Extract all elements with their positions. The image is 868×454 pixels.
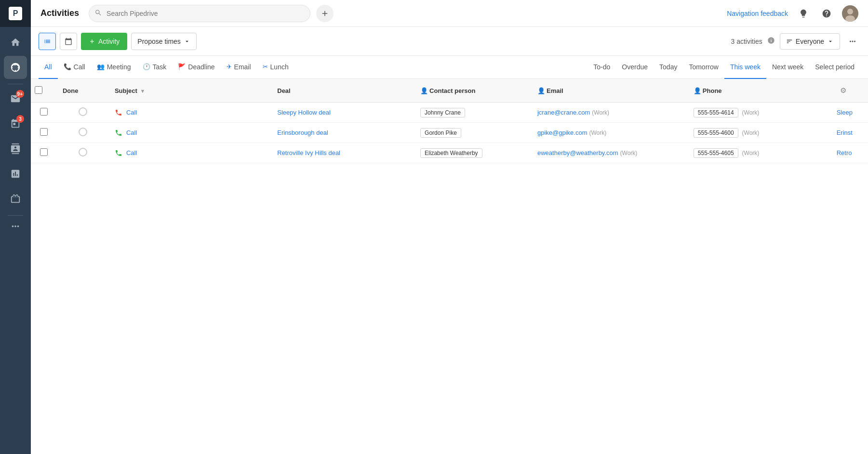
page-title: Activities [40, 8, 79, 18]
sidebar-item-reports[interactable] [4, 162, 27, 185]
row-checkbox-1[interactable] [40, 128, 48, 136]
period-filters: To-do Overdue Today Tomorrow This week N… [588, 56, 860, 79]
row-subject-link-0[interactable]: Call [126, 109, 137, 116]
activities-count: 3 activities [731, 38, 762, 45]
logo-icon: P [9, 7, 22, 20]
row-email-link-2[interactable]: eweatherby@weatherby.com [537, 149, 618, 156]
row-truncated-0: Sleep [837, 109, 853, 116]
filter-tab-lunch[interactable]: ✂ Lunch [257, 56, 294, 79]
row-contact-badge-0[interactable]: Johnny Crane [420, 108, 465, 117]
filter-tab-call[interactable]: 📞 Call [58, 56, 91, 79]
filter-tab-all[interactable]: All [39, 56, 58, 79]
propose-times-label: Propose times [137, 38, 180, 45]
call-tab-icon: 📞 [64, 63, 71, 70]
lightbulb-icon[interactable] [796, 6, 811, 21]
row-email-link-1[interactable]: gpike@gpike.com [537, 129, 588, 136]
nav-feedback-link[interactable]: Navigation feedback [727, 10, 788, 17]
add-button[interactable] [316, 5, 334, 22]
header-settings[interactable]: ⚙ [831, 79, 868, 103]
row-deal-cell-1: Erinsborough deal [271, 123, 414, 143]
period-tab-thisweek[interactable]: This week [724, 56, 766, 79]
sidebar-item-more[interactable] [4, 219, 27, 242]
help-icon[interactable] [819, 6, 834, 21]
row-checkbox-0[interactable] [40, 108, 48, 116]
calendar-view-button[interactable] [60, 33, 77, 50]
avatar[interactable] [842, 5, 858, 22]
row-done-radio-2[interactable] [79, 148, 87, 156]
header-phone: 👤Phone [688, 79, 831, 103]
add-activity-button[interactable]: Activity [81, 33, 127, 50]
sidebar-item-files[interactable] [4, 187, 27, 210]
select-all-checkbox[interactable] [35, 86, 42, 94]
row-subject-link-2[interactable]: Call [126, 149, 137, 156]
header-subject[interactable]: Subject ▼ [109, 79, 271, 103]
period-tab-nextweek[interactable]: Next week [766, 56, 809, 79]
header-done: Done [57, 79, 109, 103]
row-deal-link-1[interactable]: Erinsborough deal [277, 129, 328, 136]
row-contact-badge-2[interactable]: Elizabeth Weatherby [420, 148, 482, 158]
row-email-type-0: (Work) [592, 109, 609, 116]
activities-table-wrap: Done Subject ▼ Deal 👤Contact person 👤Ema… [31, 79, 868, 454]
more-icon [10, 221, 21, 232]
topbar-right: Navigation feedback [727, 5, 858, 22]
period-tab-overdue[interactable]: Overdue [616, 56, 654, 79]
sidebar-item-activities[interactable]: 3 [4, 112, 27, 135]
list-view-button[interactable] [39, 33, 56, 50]
more-options-button[interactable] [845, 34, 860, 49]
propose-times-button[interactable]: Propose times [131, 33, 196, 50]
app-logo[interactable]: P [0, 0, 31, 27]
row-checkbox-cell-2 [31, 143, 57, 163]
column-settings-button[interactable]: ⚙ [837, 84, 850, 97]
sidebar-item-home[interactable] [4, 31, 27, 54]
row-truncated-cell-1: Erinst [831, 123, 868, 143]
row-phone-num-1[interactable]: 555-555-4600 [694, 128, 738, 138]
sidebar-nav: 9+ 3 [0, 27, 31, 454]
search-input[interactable] [89, 5, 310, 22]
row-deal-link-0[interactable]: Sleepy Hollow deal [277, 109, 331, 116]
row-checkbox-cell-1 [31, 123, 57, 143]
row-done-radio-1[interactable] [79, 128, 87, 136]
period-tab-selectperiod-label: Select period [815, 63, 855, 71]
row-email-type-1: (Work) [589, 130, 607, 136]
row-phone-num-0[interactable]: 555-555-4614 [694, 108, 738, 117]
row-truncated-cell-0: Sleep [831, 103, 868, 123]
lunch-tab-icon: ✂ [263, 63, 268, 70]
period-tab-tomorrow[interactable]: Tomorrow [683, 56, 724, 79]
filter-tab-email-label: Email [234, 63, 251, 71]
row-done-radio-0[interactable] [79, 107, 87, 116]
filter-tab-all-label: All [44, 63, 52, 71]
task-tab-icon: 🕐 [143, 63, 150, 70]
email-header-icon: 👤 [537, 87, 545, 94]
email-badge: 9+ [16, 90, 24, 98]
period-tab-todo[interactable]: To-do [588, 56, 616, 79]
row-contact-cell-1: Gordon Pike [414, 123, 532, 143]
sidebar-item-deals[interactable] [4, 56, 27, 79]
email-tab-icon: ✈ [227, 63, 232, 70]
row-phone-type-2: (Work) [742, 150, 760, 156]
filter-tab-email[interactable]: ✈ Email [221, 56, 257, 79]
row-checkbox-2[interactable] [40, 148, 48, 156]
sidebar-item-email[interactable]: 9+ [4, 87, 27, 110]
sidebar-item-contacts[interactable] [4, 137, 27, 160]
row-deal-link-2[interactable]: Retroville Ivy Hills deal [277, 149, 340, 156]
period-tab-nextweek-label: Next week [772, 63, 803, 71]
add-activity-label: Activity [98, 38, 120, 45]
info-icon[interactable] [767, 37, 775, 46]
period-tab-today[interactable]: Today [654, 56, 683, 79]
row-truncated-1: Erinst [837, 129, 853, 136]
reports-icon [10, 169, 21, 179]
filter-tab-deadline[interactable]: 🚩 Deadline [172, 56, 220, 79]
toolbar-right: 3 activities Everyone [731, 33, 860, 50]
filter-everyone-button[interactable]: Everyone [780, 33, 840, 50]
row-contact-badge-1[interactable]: Gordon Pike [420, 128, 461, 138]
filter-tab-task[interactable]: 🕐 Task [137, 56, 173, 79]
header-checkbox-col [31, 79, 57, 103]
period-tab-selectperiod[interactable]: Select period [809, 56, 860, 79]
call-icon-2 [115, 149, 122, 157]
row-subject-link-1[interactable]: Call [126, 129, 137, 136]
filter-tab-meeting[interactable]: 👥 Meeting [91, 56, 137, 79]
row-deal-cell-0: Sleepy Hollow deal [271, 103, 414, 123]
row-phone-num-2[interactable]: 555-555-4605 [694, 148, 738, 158]
row-contact-cell-2: Elizabeth Weatherby [414, 143, 532, 163]
row-email-link-0[interactable]: jcrane@crane.com [537, 109, 590, 116]
